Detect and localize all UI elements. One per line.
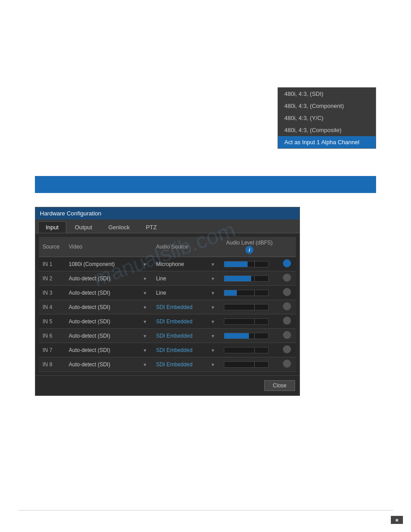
- sdi-embedded-label: SDI Embedded: [156, 347, 192, 353]
- dropdown-item-2[interactable]: 480i, 4:3, (Component): [278, 100, 376, 112]
- blue-banner: [35, 176, 376, 193]
- audio-level-container[interactable]: [224, 333, 269, 339]
- cell-audio-arrow[interactable]: ▼: [210, 300, 220, 314]
- cell-video-arrow[interactable]: ▼: [143, 257, 153, 271]
- audio-level-container[interactable]: [224, 275, 269, 282]
- col-video: Video: [65, 237, 143, 257]
- audio-dropdown-arrow[interactable]: ▼: [210, 362, 215, 367]
- audio-dropdown-arrow[interactable]: ▼: [210, 262, 215, 267]
- sdi-embedded-label: SDI Embedded: [156, 304, 192, 310]
- audio-level-container[interactable]: [224, 261, 269, 267]
- cell-source: IN 3: [39, 286, 65, 300]
- tab-genlock[interactable]: Genlock: [101, 221, 137, 233]
- cell-audio-arrow[interactable]: ▼: [210, 329, 220, 343]
- audio-dropdown-arrow[interactable]: ▼: [210, 319, 215, 324]
- audio-dropdown-arrow[interactable]: ▼: [210, 334, 215, 339]
- circle-button[interactable]: [283, 317, 291, 325]
- video-dropdown-arrow[interactable]: ▼: [143, 305, 147, 310]
- cell-source: IN 1: [39, 257, 65, 271]
- cell-video: Auto-detect (SDI): [65, 300, 143, 314]
- col-audio-arrow: [210, 237, 220, 257]
- col-audio-level: Audio Level (dBFS) i: [220, 237, 278, 257]
- dropdown-item-4[interactable]: 480i, 4:3, (Composite): [278, 124, 376, 136]
- video-dropdown-arrow[interactable]: ▼: [143, 291, 147, 296]
- tab-ptz[interactable]: PTZ: [138, 221, 165, 233]
- cell-circle-btn: [278, 271, 296, 286]
- cell-circle-btn: [278, 314, 296, 329]
- cell-video: Auto-detect (SDI): [65, 329, 143, 343]
- video-dropdown-arrow[interactable]: ▼: [143, 334, 147, 339]
- cell-video-arrow[interactable]: ▼: [143, 286, 153, 300]
- audio-level-bar: [224, 333, 249, 339]
- audio-level-tick: [254, 276, 255, 281]
- tab-output[interactable]: Output: [67, 221, 100, 233]
- audio-dropdown-arrow[interactable]: ▼: [210, 348, 215, 353]
- dialog-footer: Close: [35, 375, 300, 395]
- cell-audio-source: SDI Embedded: [152, 300, 210, 314]
- audio-dropdown-arrow[interactable]: ▼: [210, 276, 215, 281]
- dialog-titlebar: Hardware Configuration: [35, 207, 300, 219]
- video-dropdown-arrow[interactable]: ▼: [143, 362, 147, 367]
- info-icon[interactable]: i: [245, 246, 253, 254]
- audio-level-container[interactable]: [224, 347, 269, 353]
- dropdown-item-5[interactable]: Act as Input 1 Alpha Channel: [278, 136, 376, 148]
- circle-button[interactable]: [283, 259, 291, 267]
- cell-audio-arrow[interactable]: ▼: [210, 314, 220, 329]
- hardware-config-dialog: Hardware Configuration Input Output Genl…: [35, 207, 300, 396]
- cell-audio-arrow[interactable]: ▼: [210, 257, 220, 271]
- cell-video: Auto-detect (SDI): [65, 314, 143, 329]
- table-row: IN 5Auto-detect (SDI)▼SDI Embedded▼: [39, 314, 296, 329]
- close-button[interactable]: Close: [264, 380, 295, 391]
- cell-source: IN 7: [39, 343, 65, 357]
- cell-video-arrow[interactable]: ▼: [143, 329, 153, 343]
- circle-button[interactable]: [283, 345, 291, 353]
- col-source: Source: [39, 237, 65, 257]
- circle-button[interactable]: [283, 360, 291, 368]
- audio-level-container[interactable]: [224, 361, 269, 368]
- cell-audio-source: Line: [152, 286, 210, 300]
- cell-audio-level: [220, 314, 278, 329]
- cell-video-arrow[interactable]: ▼: [143, 357, 153, 372]
- cell-audio-source: SDI Embedded: [152, 314, 210, 329]
- audio-level-container[interactable]: [224, 318, 269, 325]
- cell-audio-arrow[interactable]: ▼: [210, 343, 220, 357]
- cell-audio-arrow[interactable]: ▼: [210, 286, 220, 300]
- table-row: IN 7Auto-detect (SDI)▼SDI Embedded▼: [39, 343, 296, 357]
- cell-video: Auto-detect (SDI): [65, 271, 143, 286]
- cell-video-arrow[interactable]: ▼: [143, 300, 153, 314]
- table-row: IN 6Auto-detect (SDI)▼SDI Embedded▼: [39, 329, 296, 343]
- audio-dropdown-arrow[interactable]: ▼: [210, 291, 215, 296]
- audio-level-container[interactable]: [224, 290, 269, 296]
- cell-circle-btn: [278, 329, 296, 343]
- circle-button[interactable]: [283, 288, 291, 296]
- audio-dropdown-arrow[interactable]: ▼: [210, 305, 215, 310]
- video-dropdown-arrow[interactable]: ▼: [143, 276, 147, 281]
- video-dropdown-arrow[interactable]: ▼: [143, 262, 147, 267]
- cell-audio-arrow[interactable]: ▼: [210, 271, 220, 286]
- cell-audio-arrow[interactable]: ▼: [210, 357, 220, 372]
- audio-level-container[interactable]: [224, 304, 269, 310]
- cell-circle-btn: [278, 286, 296, 300]
- cell-video: 1080i (Component): [65, 257, 143, 271]
- audio-level-tick: [254, 262, 255, 267]
- video-dropdown-arrow[interactable]: ▼: [143, 319, 147, 324]
- cell-video: Auto-detect (SDI): [65, 286, 143, 300]
- circle-button[interactable]: [283, 331, 291, 339]
- circle-button[interactable]: [283, 302, 291, 310]
- circle-button[interactable]: [283, 274, 291, 282]
- cell-source: IN 5: [39, 314, 65, 329]
- tab-input[interactable]: Input: [38, 221, 66, 233]
- cell-video-arrow[interactable]: ▼: [143, 343, 153, 357]
- cell-source: IN 2: [39, 271, 65, 286]
- sdi-embedded-label: SDI Embedded: [156, 333, 192, 339]
- dropdown-item-3[interactable]: 480i, 4:3, (Y/C): [278, 112, 376, 124]
- cell-circle-btn: [278, 300, 296, 314]
- video-dropdown-arrow[interactable]: ▼: [143, 348, 147, 353]
- table-row: IN 11080i (Component)▼Microphone▼: [39, 257, 296, 271]
- table-container: Source Video Audio Source Audio Level (d…: [35, 233, 300, 375]
- cell-audio-level: [220, 257, 278, 271]
- cell-video-arrow[interactable]: ▼: [143, 271, 153, 286]
- sdi-embedded-label: SDI Embedded: [156, 361, 192, 368]
- cell-video-arrow[interactable]: ▼: [143, 314, 153, 329]
- dropdown-item-1[interactable]: 480i, 4:3, (SDI): [278, 88, 376, 100]
